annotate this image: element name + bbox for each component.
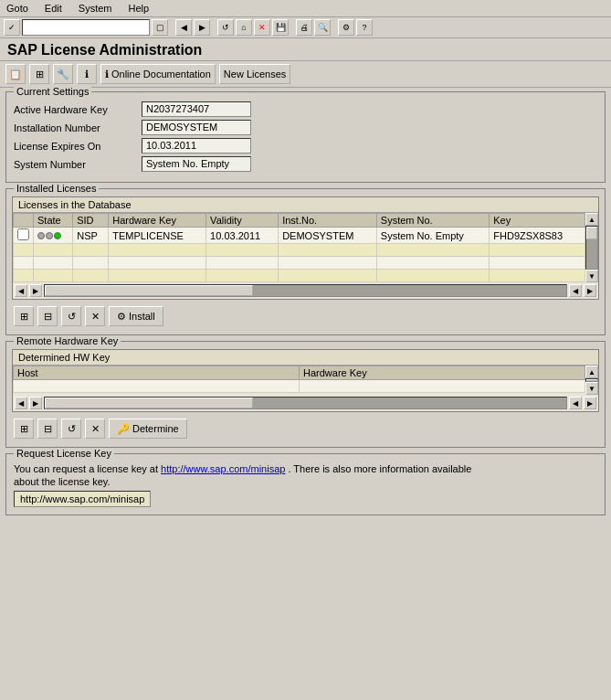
license-action-buttons: ⊞ ⊟ ↺ ✕ ⚙ Install: [12, 303, 599, 329]
hw-key-row: Active Hardware Key N2037273407: [14, 101, 597, 117]
empty-cell: [73, 244, 109, 257]
col-sysno: System No.: [376, 214, 489, 228]
remote-table-vscroll[interactable]: ▲ ▼: [585, 366, 598, 395]
table-row: [14, 270, 585, 282]
tools-icon[interactable]: 🔧: [53, 64, 73, 84]
current-settings-group: Current Settings Active Hardware Key N20…: [5, 91, 606, 183]
home-icon[interactable]: ⌂: [236, 19, 252, 36]
col-state: State: [34, 214, 73, 228]
remote-hw-key-group: Remote Hardware Key Determined HW Key Ho…: [5, 341, 606, 448]
hwkey-cell: TEMPLICENSE: [109, 228, 206, 244]
vscroll-up-icon[interactable]: ▲: [585, 213, 598, 226]
remote-hscroll-thumb[interactable]: [45, 398, 253, 408]
install-num-row: Installation Number DEMOSYSTEM: [14, 120, 597, 135]
delete-icon[interactable]: ✕: [85, 306, 105, 326]
request-link1[interactable]: http://www.sap.com/minisap: [161, 463, 285, 474]
key-cell: FHD9ZSX8S83: [490, 228, 585, 244]
remote-hscroll-end-right-icon[interactable]: ▶: [584, 397, 596, 409]
det-hw-table-container: Host Hardware Key ▲: [13, 366, 598, 395]
empty-cell: [376, 244, 489, 257]
refresh-icon[interactable]: ↺: [217, 19, 234, 36]
nav-back-icon[interactable]: ✓: [4, 19, 20, 36]
find-icon[interactable]: 🔍: [314, 19, 331, 36]
empty-cell: [490, 257, 585, 270]
remote-action-buttons: ⊞ ⊟ ↺ ✕ 🔑 Determine: [12, 416, 599, 441]
arrow-right-icon[interactable]: ▶: [194, 19, 210, 36]
col-hwkey2: Hardware Key: [300, 366, 585, 380]
remote-delete-icon[interactable]: ✕: [85, 419, 105, 439]
menu-system[interactable]: System: [76, 2, 115, 15]
hw-key-value: N2037273407: [142, 101, 251, 117]
secondary-toolbar: 📋 ⊞ 🔧 ℹ ℹ Online Documentation New Licen…: [0, 61, 611, 88]
install-num-label: Installation Number: [14, 122, 142, 133]
menu-help[interactable]: Help: [126, 2, 153, 15]
remote-vscroll-thumb[interactable]: [586, 379, 597, 381]
hscroll-thumb[interactable]: [45, 285, 253, 296]
hscroll-end-left-icon[interactable]: ◀: [569, 284, 582, 297]
install-button[interactable]: ⚙ Install: [109, 306, 163, 326]
license-table: State SID Hardware Key Validity Inst.No.…: [13, 213, 585, 282]
remote-refresh-icon[interactable]: ↺: [61, 419, 81, 439]
hscroll-right-icon[interactable]: ▶: [29, 284, 42, 297]
request-text1: You can request a license key at: [14, 463, 158, 474]
remote-vscroll-down-icon[interactable]: ▼: [585, 382, 598, 395]
display-icon[interactable]: 📋: [5, 64, 26, 84]
remote-hscroll-left-icon[interactable]: ◀: [15, 397, 27, 409]
hscroll-end-right-icon[interactable]: ▶: [584, 284, 596, 297]
empty-cell: [14, 244, 34, 257]
col-check: [14, 214, 34, 228]
new-licenses-button[interactable]: New Licenses: [219, 64, 290, 84]
stop-icon[interactable]: ✕: [254, 19, 270, 36]
det-hw-table-section: Determined HW Key Host Hardware Key: [12, 349, 599, 412]
remote-hscroll-right-icon[interactable]: ▶: [29, 397, 42, 409]
remote-hscroll-end-left-icon[interactable]: ◀: [569, 397, 582, 409]
row-checkbox[interactable]: [17, 228, 29, 240]
menu-goto[interactable]: Goto: [4, 2, 31, 15]
empty-cell: [206, 244, 279, 257]
request-license-label: Request License Key: [14, 448, 114, 459]
determine-button[interactable]: 🔑 Determine: [109, 419, 187, 439]
app-title: SAP License Administration: [0, 38, 611, 61]
empty-cell: [109, 244, 206, 257]
instno-cell: DEMOSYSTEM: [279, 228, 377, 244]
deselect-icon[interactable]: ⊟: [37, 306, 58, 326]
empty-cell: [376, 257, 489, 270]
empty-cell: [490, 270, 585, 282]
empty-cell: [206, 270, 279, 282]
vscroll-thumb[interactable]: [586, 227, 597, 239]
empty-cell: [376, 270, 489, 282]
print-icon[interactable]: 🖨: [296, 19, 312, 36]
empty-cell: [34, 257, 73, 270]
hwkey-cell: [300, 380, 585, 393]
settings-icon[interactable]: ⚙: [338, 19, 354, 36]
col-key: Key: [490, 214, 585, 228]
db-table-section: Licenses in the Database State SID Hardw…: [12, 196, 599, 300]
online-doc-button[interactable]: ℹ Online Documentation: [100, 64, 216, 84]
sysno-cell: System No. Empty: [376, 228, 489, 244]
remote-deselect-icon[interactable]: ⊟: [37, 419, 58, 439]
arrow-left-icon[interactable]: ◀: [175, 19, 192, 36]
empty-cell: [206, 257, 279, 270]
db-table-title: Licenses in the Database: [13, 197, 598, 213]
license-table-vscroll[interactable]: ▲ ▼: [585, 213, 598, 282]
help-icon[interactable]: ?: [356, 19, 373, 36]
remote-vscroll-track: [585, 378, 598, 382]
request-url-box[interactable]: http://www.sap.com/minisap: [14, 491, 151, 507]
info2-icon[interactable]: ℹ: [77, 64, 97, 84]
remote-vscroll-up-icon[interactable]: ▲: [585, 366, 598, 378]
table-row[interactable]: NSPTEMPLICENSE10.03.2011DEMOSYSTEMSystem…: [14, 228, 585, 244]
gray-state-dot: [37, 232, 45, 239]
save-icon[interactable]: 💾: [272, 19, 289, 36]
menu-edit[interactable]: Edit: [42, 2, 65, 15]
hscroll-left-icon[interactable]: ◀: [15, 284, 27, 297]
refresh2-icon[interactable]: ↺: [61, 306, 81, 326]
table-icon[interactable]: ⊞: [29, 64, 49, 84]
select-all-icon[interactable]: ⊞: [14, 306, 34, 326]
remote-select-all-icon[interactable]: ⊞: [14, 419, 34, 439]
command-input[interactable]: [22, 19, 150, 36]
vscroll-down-icon[interactable]: ▼: [585, 270, 598, 282]
empty-cell: [34, 270, 73, 282]
request-text-block: You can request a license key at http://…: [14, 463, 597, 474]
input-clear-icon[interactable]: ▢: [152, 19, 168, 36]
col-instno: Inst.No.: [279, 214, 377, 228]
